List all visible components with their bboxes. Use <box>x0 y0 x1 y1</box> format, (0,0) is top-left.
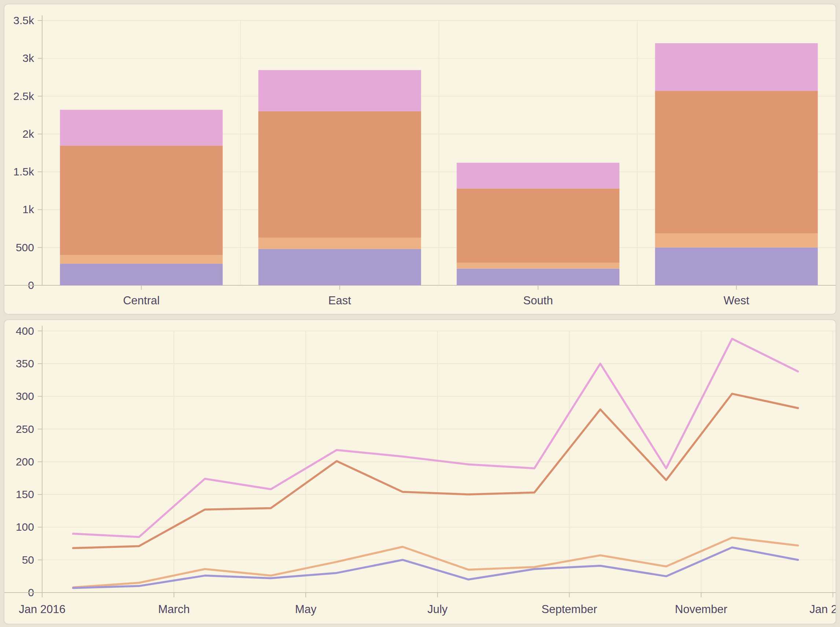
line-chart[interactable]: 050100150200250300350400Jan 2016MarchMay… <box>5 320 835 624</box>
y-tick-label: 350 <box>16 358 34 370</box>
y-tick-label: 400 <box>16 325 34 337</box>
bar-segment-pink-segment-south[interactable] <box>457 162 619 188</box>
x-tick-label: May <box>295 603 317 616</box>
y-tick-label: 300 <box>16 390 34 402</box>
line-chart-card: 050100150200250300350400Jan 2016MarchMay… <box>4 319 836 624</box>
y-tick-label: 150 <box>16 488 34 500</box>
bar-segment-purple-segment-west[interactable] <box>655 247 818 285</box>
bar-segment-purple-segment-south[interactable] <box>457 269 619 285</box>
bar-segment-tan-segment-south[interactable] <box>457 263 619 269</box>
bar-segment-purple-segment-central[interactable] <box>60 264 223 285</box>
y-tick-label: 250 <box>16 423 34 435</box>
y-tick-label: 100 <box>16 521 34 533</box>
y-tick-label: 2.5k <box>13 90 35 102</box>
category-label: East <box>328 294 351 307</box>
purple-line[interactable] <box>73 548 798 588</box>
x-tick-label: November <box>675 603 728 616</box>
bar-segment-tan-segment-east[interactable] <box>258 238 421 249</box>
bar-segment-tan-segment-central[interactable] <box>60 255 223 264</box>
salmon-line[interactable] <box>73 394 798 548</box>
bar-segment-salmon-segment-west[interactable] <box>655 91 818 233</box>
bar-segment-purple-segment-east[interactable] <box>258 249 421 285</box>
bar-segment-salmon-segment-east[interactable] <box>258 111 421 238</box>
bar-segment-salmon-segment-central[interactable] <box>60 146 223 255</box>
bar-segment-salmon-segment-south[interactable] <box>457 189 619 263</box>
y-tick-label: 200 <box>16 455 34 468</box>
bar-segment-pink-segment-west[interactable] <box>655 43 818 91</box>
y-tick-label: 3k <box>22 52 35 64</box>
pink-line[interactable] <box>73 339 798 537</box>
y-tick-label: 3.5k <box>13 14 35 26</box>
x-tick-label: March <box>158 603 190 616</box>
y-tick-label: 2k <box>22 128 35 140</box>
x-tick-label: Jan 2016 <box>19 603 66 616</box>
bar-segment-pink-segment-central[interactable] <box>60 110 223 146</box>
y-tick-label: 500 <box>16 241 34 254</box>
bar-segment-tan-segment-west[interactable] <box>655 233 818 247</box>
y-tick-label: 50 <box>22 554 34 566</box>
bar-segment-pink-segment-east[interactable] <box>258 70 421 111</box>
x-tick-label: July <box>427 603 448 616</box>
category-label: South <box>523 294 553 307</box>
stacked-bar-chart-card: 05001k1.5k2k2.5k3k3.5kCentralEastSouthWe… <box>4 4 836 315</box>
y-tick-label: 1k <box>22 203 35 215</box>
category-label: West <box>723 294 749 307</box>
x-tick-label: September <box>542 603 597 616</box>
y-tick-label: 1.5k <box>13 165 35 178</box>
x-tick-label: Jan 2017 <box>810 603 835 616</box>
category-label: Central <box>123 294 160 307</box>
stacked-bar-chart[interactable]: 05001k1.5k2k2.5k3k3.5kCentralEastSouthWe… <box>5 5 835 314</box>
